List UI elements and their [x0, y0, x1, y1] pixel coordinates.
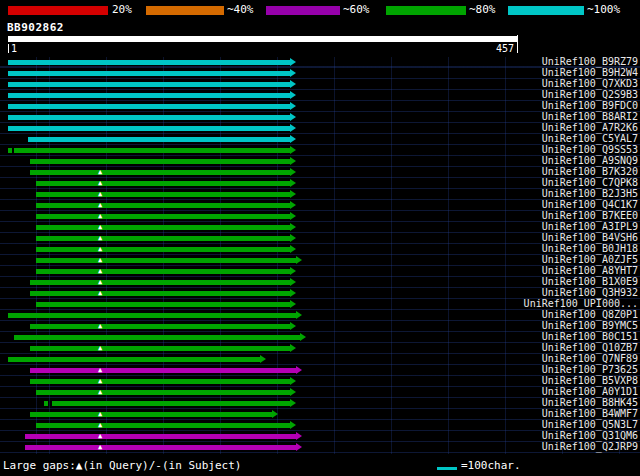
- hit-bar[interactable]: [8, 126, 290, 131]
- hit-bar[interactable]: [36, 269, 290, 274]
- hit-label[interactable]: UniRef100_Q2S9B3: [542, 89, 638, 100]
- hit-label[interactable]: UniRef100_B2J3H5: [542, 188, 638, 199]
- hit-label[interactable]: UniRef100_B8ARI2: [542, 111, 638, 122]
- hit-arrowhead-icon: [290, 168, 296, 176]
- hit-label[interactable]: UniRef100_A8YHT7: [542, 265, 638, 276]
- hit-bar[interactable]: [36, 236, 290, 241]
- hit-label[interactable]: UniRef100_B4VSH6: [542, 232, 638, 243]
- hit-label[interactable]: UniRef100_Q9SS53: [542, 144, 638, 155]
- hit-bar[interactable]: [8, 60, 290, 65]
- hit-label[interactable]: UniRef100_A0ZJF5: [542, 254, 638, 265]
- hit-label[interactable]: UniRef100_UPI000...: [524, 298, 638, 309]
- hit-bar[interactable]: [36, 390, 290, 395]
- hit-label[interactable]: UniRef100_B9H2W4: [542, 67, 638, 78]
- hit-bar[interactable]: [36, 423, 290, 428]
- hit-bar[interactable]: [25, 445, 296, 450]
- hit-label[interactable]: UniRef100_Q7NF89: [542, 353, 638, 364]
- scale-segment: [146, 6, 224, 15]
- hit-label[interactable]: UniRef100_B0C151: [542, 331, 638, 342]
- hit-bar[interactable]: [30, 170, 290, 175]
- hit-arrowhead-icon: [290, 58, 296, 66]
- hit-label[interactable]: UniRef100_B9YMC5: [542, 320, 638, 331]
- hit-label[interactable]: UniRef100_Q31QM6: [542, 430, 638, 441]
- hit-arrowhead-icon: [296, 256, 302, 264]
- hit-bar[interactable]: [25, 434, 296, 439]
- hit-label[interactable]: UniRef100_B9RZ79: [542, 56, 638, 67]
- large-gap-icon: ▲: [98, 211, 102, 222]
- scale-label: ~80%: [469, 4, 496, 16]
- hit-label[interactable]: UniRef100_B7K320: [542, 166, 638, 177]
- hit-bar[interactable]: [52, 401, 290, 406]
- hit-bar[interactable]: [8, 115, 290, 120]
- hit-label[interactable]: UniRef100_A0Y1D1: [542, 386, 638, 397]
- hit-label[interactable]: UniRef100_B7KEE0: [542, 210, 638, 221]
- hit-bar[interactable]: [8, 82, 290, 87]
- hit-label[interactable]: UniRef100_Q10ZB7: [542, 342, 638, 353]
- hit-label[interactable]: UniRef100_Q7XKD3: [542, 78, 638, 89]
- hit-label[interactable]: UniRef100_A3IPL9: [542, 221, 638, 232]
- hit-bar[interactable]: [14, 148, 290, 153]
- hit-bar[interactable]: [8, 93, 290, 98]
- large-gap-icon: ▲: [98, 222, 102, 233]
- hit-label[interactable]: UniRef100_B0JH18: [542, 243, 638, 254]
- large-gap-icon: ▲: [98, 233, 102, 244]
- hit-arrowhead-icon: [290, 399, 296, 407]
- hit-bar[interactable]: [14, 335, 300, 340]
- hit-label[interactable]: UniRef100_Q5N3L7: [542, 419, 638, 430]
- hit-bar[interactable]: [30, 159, 290, 164]
- hit-bar[interactable]: [30, 324, 290, 329]
- hit-label[interactable]: UniRef100_B8HK45: [542, 397, 638, 408]
- hit-bar-fragment: [8, 148, 12, 153]
- hit-label[interactable]: UniRef100_B5VXP8: [542, 375, 638, 386]
- large-gap-icon: ▲: [98, 167, 102, 178]
- hit-label[interactable]: UniRef100_A9SNQ9: [542, 155, 638, 166]
- legend-scale-text: =100char.: [461, 459, 521, 472]
- hit-label[interactable]: UniRef100_Q3H932: [542, 287, 638, 298]
- hit-bar[interactable]: [36, 247, 290, 252]
- large-gap-icon: ▲: [98, 178, 102, 189]
- hit-arrowhead-icon: [290, 421, 296, 429]
- hit-label[interactable]: UniRef100_C7QPK8: [542, 177, 638, 188]
- hit-label[interactable]: UniRef100_C5YAL7: [542, 133, 638, 144]
- hit-bar[interactable]: [36, 302, 290, 307]
- hit-bar[interactable]: [30, 280, 290, 285]
- hit-label[interactable]: UniRef100_Q4C1K7: [542, 199, 638, 210]
- hit-bar[interactable]: [30, 412, 272, 417]
- query-name: BB902862: [7, 21, 64, 34]
- hit-bar-fragment: [44, 401, 48, 406]
- scale-segment: [8, 6, 108, 15]
- hit-label[interactable]: UniRef100_B9FDC0: [542, 100, 638, 111]
- hit-label[interactable]: UniRef100_Q2JRP9: [542, 441, 638, 452]
- hit-label[interactable]: UniRef100_B1X0E9: [542, 276, 638, 287]
- hit-bar[interactable]: [36, 192, 290, 197]
- hit-bar[interactable]: [30, 291, 290, 296]
- hit-label[interactable]: UniRef100_Q8Z0P1: [542, 309, 638, 320]
- hit-bar[interactable]: [36, 214, 290, 219]
- hit-bar[interactable]: [36, 181, 290, 186]
- hit-arrowhead-icon: [260, 355, 266, 363]
- query-end-label: 457: [478, 43, 514, 54]
- query-end-tick: [517, 35, 518, 53]
- hit-bar[interactable]: [8, 104, 290, 109]
- large-gap-icon: ▲: [98, 277, 102, 288]
- hit-bar[interactable]: [8, 71, 290, 76]
- hit-bar[interactable]: [8, 357, 260, 362]
- hit-bar[interactable]: [30, 368, 296, 373]
- hit-bar[interactable]: [30, 346, 290, 351]
- hit-bar[interactable]: [28, 137, 290, 142]
- hit-arrowhead-icon: [290, 267, 296, 275]
- hit-label[interactable]: UniRef100_B4WMF7: [542, 408, 638, 419]
- hit-label[interactable]: UniRef100_P73625: [542, 364, 638, 375]
- scale-label: ~60%: [343, 4, 370, 16]
- hit-bar[interactable]: [36, 225, 290, 230]
- hit-bar[interactable]: [8, 313, 296, 318]
- hit-bar[interactable]: [36, 258, 296, 263]
- hit-bar[interactable]: [30, 379, 290, 384]
- hit-arrowhead-icon: [272, 410, 278, 418]
- scale-segment: [266, 6, 340, 15]
- hit-bar[interactable]: [36, 203, 290, 208]
- alignment-plot: UniRef100_B9RZ79UniRef100_B9H2W4UniRef10…: [0, 57, 640, 454]
- hit-label[interactable]: UniRef100_A7R2K6: [542, 122, 638, 133]
- hit-arrowhead-icon: [290, 289, 296, 297]
- large-gap-icon: ▲: [98, 365, 102, 376]
